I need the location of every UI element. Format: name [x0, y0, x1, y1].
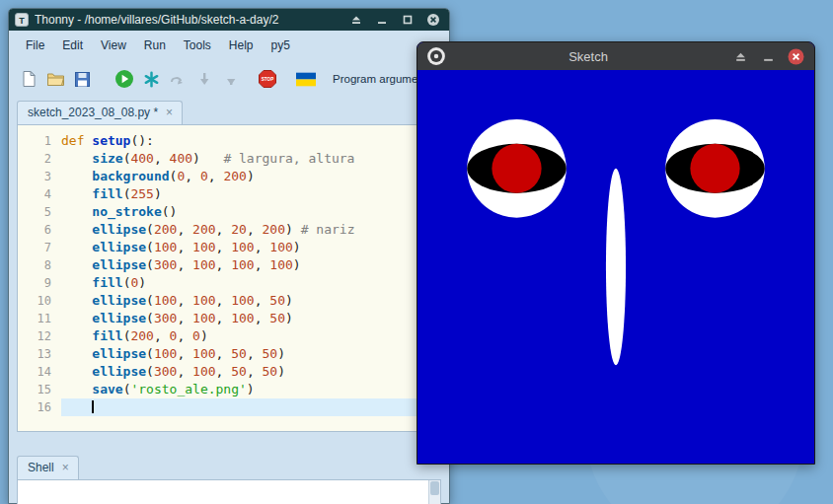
sketch-minimize-icon — [762, 50, 775, 63]
shell-tab-close-icon[interactable]: × — [62, 462, 69, 473]
shell-tab-label: Shell — [28, 461, 54, 474]
stop-button[interactable]: STOP — [258, 69, 277, 89]
menu-run[interactable]: Run — [135, 35, 175, 56]
code-line[interactable]: 9 fill(0) — [18, 274, 440, 292]
tab-sketch-file[interactable]: sketch_2023_08_08.py * × — [17, 101, 183, 124]
line-number: 7 — [18, 239, 61, 256]
sketch-close-button[interactable] — [786, 46, 805, 66]
right-eye-pupil — [690, 144, 739, 193]
open-file-button[interactable] — [45, 69, 65, 89]
editor-tab-bar: sketch_2023_08_08.py * × — [9, 98, 449, 124]
code-line[interactable]: 14 ellipse(300, 100, 50, 50) — [18, 363, 440, 381]
menu-py5[interactable]: py5 — [263, 35, 299, 56]
code-line[interactable]: 13 ellipse(100, 100, 50, 50) — [18, 345, 440, 363]
code-text: ellipse(100, 100, 100, 50) — [61, 292, 440, 310]
line-number: 10 — [18, 292, 61, 310]
code-editor[interactable]: 1def setup():2 size(400, 400) # largura,… — [17, 124, 441, 432]
thonny-window: T Thonny - /home/villares/GitHub/sketch-… — [8, 8, 450, 504]
sketch-close-icon — [788, 48, 804, 65]
line-number: 15 — [18, 381, 61, 398]
code-text: ellipse(200, 200, 20, 200) # nariz — [61, 221, 440, 239]
code-line[interactable]: 11 ellipse(300, 100, 100, 50) — [18, 310, 440, 327]
step-over-icon — [169, 71, 187, 87]
code-text: ellipse(300, 100, 100, 50) — [61, 310, 440, 327]
code-text: ellipse(300, 100, 100, 100) — [61, 256, 440, 274]
code-line[interactable]: 3 background(0, 0, 200) — [18, 168, 440, 185]
code-text: save('rosto_ale.png') — [61, 381, 440, 398]
line-number: 12 — [18, 327, 61, 345]
code-line[interactable]: 16 — [18, 398, 440, 416]
sketch-titlebar[interactable]: Sketch — [417, 42, 814, 70]
sketch-canvas — [417, 70, 814, 464]
minimize-button[interactable] — [372, 12, 392, 28]
desktop: T Thonny - /home/villares/GitHub/sketch-… — [0, 0, 833, 504]
step-out-button[interactable] — [221, 69, 241, 89]
code-line[interactable]: 12 fill(200, 0, 0) — [18, 327, 440, 345]
code-text: no_stroke() — [61, 203, 440, 221]
text-caret — [92, 400, 94, 413]
minimize-icon — [376, 14, 388, 26]
new-file-icon — [21, 70, 38, 88]
code-line[interactable]: 10 ellipse(100, 100, 100, 50) — [18, 292, 440, 310]
code-line[interactable]: 1def setup(): — [18, 132, 440, 150]
new-file-button[interactable] — [19, 69, 38, 89]
line-number: 9 — [18, 274, 61, 292]
shade-icon — [350, 14, 362, 26]
editor-code[interactable]: 1def setup():2 size(400, 400) # largura,… — [18, 132, 440, 416]
shade-button[interactable] — [346, 12, 366, 28]
thonny-app-icon: T — [15, 13, 29, 27]
shell-tab-bar: Shell × — [9, 455, 449, 479]
menu-edit[interactable]: Edit — [53, 35, 92, 56]
maximize-button[interactable] — [398, 12, 417, 28]
shell-scrollbar-thumb[interactable] — [430, 481, 439, 495]
line-number: 4 — [18, 185, 61, 203]
code-line[interactable]: 4 fill(255) — [18, 185, 440, 203]
step-into-button[interactable] — [194, 69, 214, 89]
code-line[interactable]: 5 no_stroke() — [18, 203, 440, 221]
code-line[interactable]: 15 save('rosto_ale.png') — [18, 381, 440, 398]
code-text: background(0, 0, 200) — [61, 168, 440, 185]
tab-close-icon[interactable]: × — [166, 107, 173, 118]
shell-panel[interactable] — [17, 479, 441, 504]
line-number: 13 — [18, 345, 61, 363]
code-line[interactable]: 7 ellipse(100, 100, 100, 100) — [18, 239, 440, 256]
tab-label: sketch_2023_08_08.py * — [28, 106, 158, 119]
thonny-titlebar[interactable]: T Thonny - /home/villares/GitHub/sketch-… — [9, 9, 449, 31]
run-icon — [114, 69, 134, 89]
code-line[interactable]: 8 ellipse(300, 100, 100, 100) — [18, 256, 440, 274]
code-text: def setup(): — [61, 132, 440, 150]
sketch-window: Sketch — [416, 41, 815, 465]
left-eye-pupil — [492, 144, 541, 193]
line-number: 11 — [18, 310, 61, 327]
code-line[interactable]: 6 ellipse(200, 200, 20, 200) # nariz — [18, 221, 440, 239]
line-number: 1 — [18, 132, 61, 150]
stop-icon: STOP — [258, 69, 277, 89]
debug-button[interactable] — [141, 69, 161, 89]
tab-shell[interactable]: Shell × — [17, 456, 79, 479]
menu-help[interactable]: Help — [220, 35, 263, 56]
save-file-icon — [74, 71, 91, 88]
nose — [606, 169, 626, 366]
sketch-app-icon — [426, 46, 446, 66]
code-line[interactable]: 2 size(400, 400) # largura, altura — [18, 150, 440, 168]
code-text: fill(0) — [61, 274, 440, 292]
step-over-button[interactable] — [168, 69, 188, 89]
open-file-icon — [46, 71, 65, 87]
sketch-minimize-button[interactable] — [758, 46, 778, 66]
step-out-icon — [223, 71, 239, 87]
run-button[interactable] — [114, 69, 134, 89]
save-file-button[interactable] — [72, 69, 92, 89]
step-into-icon — [196, 71, 212, 87]
menu-file[interactable]: File — [17, 35, 53, 56]
shell-scrollbar[interactable] — [428, 480, 440, 504]
maximize-icon — [402, 14, 414, 26]
code-text: ellipse(100, 100, 100, 100) — [61, 239, 440, 256]
code-text: ellipse(300, 100, 50, 50) — [61, 363, 440, 381]
panel-gap — [9, 432, 449, 455]
menu-tools[interactable]: Tools — [175, 35, 220, 56]
sketch-shade-button[interactable] — [730, 46, 750, 66]
close-button[interactable] — [423, 12, 443, 28]
menu-view[interactable]: View — [92, 35, 135, 56]
close-icon — [426, 13, 440, 27]
code-text: size(400, 400) # largura, altura — [61, 150, 440, 168]
